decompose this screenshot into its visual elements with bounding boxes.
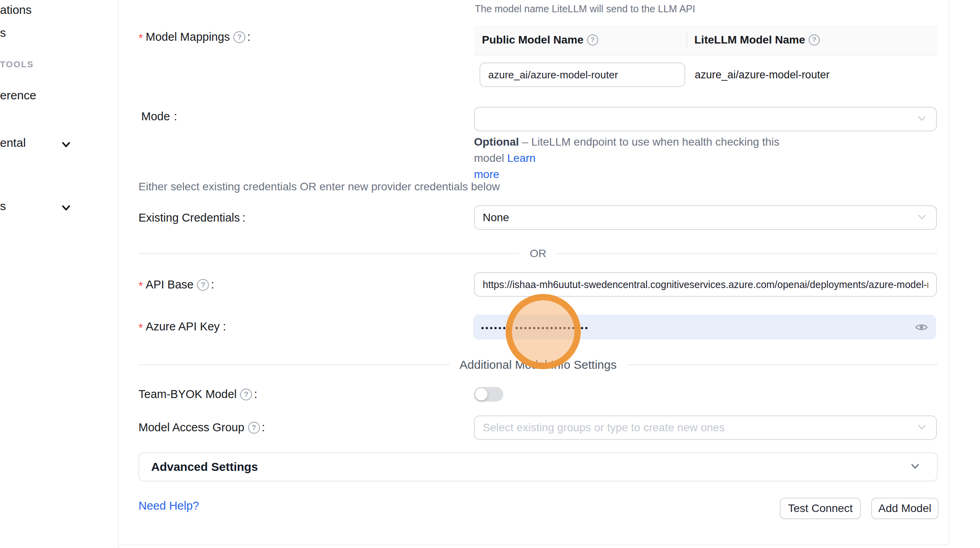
question-circle-icon[interactable]: ? xyxy=(587,34,598,46)
question-circle-icon[interactable]: ? xyxy=(248,422,260,434)
divider-line xyxy=(627,364,938,365)
mode-select[interactable] xyxy=(474,107,937,131)
litellm-model-name-header: LiteLLM Model Name ? xyxy=(686,34,937,46)
existing-credentials-label: Existing Credentials : xyxy=(138,211,245,224)
mode-label: Mode : xyxy=(141,110,177,123)
question-circle-icon[interactable]: ? xyxy=(197,279,209,291)
public-model-name-header: Public Model Name ? xyxy=(474,34,686,46)
model-mappings-label: * Model Mappings ? : xyxy=(138,29,250,45)
sidebar-item[interactable]: erence xyxy=(0,89,36,102)
add-model-button[interactable]: Add Model xyxy=(871,498,938,519)
main-form: The model name LiteLLM will send to the … xyxy=(119,0,949,545)
sidebar-section-label: TOOLS xyxy=(0,59,34,70)
question-circle-icon[interactable]: ? xyxy=(233,31,245,43)
existing-credentials-select[interactable]: None xyxy=(474,205,937,230)
or-divider: OR xyxy=(138,247,938,260)
required-mark: * xyxy=(138,321,143,334)
sidebar-item-expandable[interactable]: s xyxy=(0,199,6,213)
api-base-label: * API Base ? : xyxy=(138,277,214,292)
required-mark: * xyxy=(138,279,143,292)
model-mappings-table: Public Model Name ? LiteLLM Model Name ?… xyxy=(474,25,937,96)
sidebar-item-expandable[interactable]: ental xyxy=(0,136,26,150)
chevron-down-icon xyxy=(916,421,927,434)
header-divider xyxy=(686,32,687,48)
model-access-group-label: Model Access Group ? : xyxy=(138,421,265,434)
chevron-down-icon xyxy=(916,211,927,224)
chevron-down-icon xyxy=(60,138,72,153)
add-model-page: ations s TOOLS erence ental s The model … xyxy=(0,0,980,548)
team-byok-toggle[interactable] xyxy=(474,387,503,402)
credentials-note: Either select existing credentials OR en… xyxy=(138,180,500,193)
eye-icon[interactable] xyxy=(915,320,928,334)
advanced-settings-panel[interactable]: Advanced Settings xyxy=(138,452,938,482)
toggle-knob xyxy=(475,388,487,400)
chevron-down-icon xyxy=(60,202,72,216)
divider-line xyxy=(138,253,519,254)
test-connect-button[interactable]: Test Connect xyxy=(780,498,861,519)
sidebar-item[interactable]: s xyxy=(0,26,6,40)
api-base-input[interactable] xyxy=(474,272,937,297)
sidebar: ations s TOOLS erence ental s xyxy=(0,0,119,548)
required-mark: * xyxy=(138,32,143,45)
sidebar-item-label: ental xyxy=(0,136,26,149)
model-access-group-select[interactable]: Select existing groups or type to create… xyxy=(474,415,937,440)
click-highlight-circle xyxy=(506,294,581,369)
table-header-row: Public Model Name ? LiteLLM Model Name ? xyxy=(474,25,937,55)
public-model-name-input[interactable] xyxy=(480,63,685,87)
litellm-model-name-value: azure_ai/azure-model-router xyxy=(685,69,937,81)
model-mapping-hint: The model name LiteLLM will send to the … xyxy=(475,3,695,15)
divider-line xyxy=(557,253,938,254)
question-circle-icon[interactable]: ? xyxy=(240,389,252,400)
azure-api-key-label: * Azure API Key : xyxy=(138,319,226,334)
team-byok-label: Team-BYOK Model ? : xyxy=(138,388,257,401)
sidebar-item-label: s xyxy=(0,199,6,212)
table-row: azure_ai/azure-model-router xyxy=(474,55,937,96)
mode-hint: Optional – LiteLLM endpoint to use when … xyxy=(474,134,806,182)
divider-line xyxy=(138,364,449,365)
question-circle-icon[interactable]: ? xyxy=(809,34,820,46)
chevron-down-icon xyxy=(916,113,927,125)
need-help-link[interactable]: Need Help? xyxy=(138,499,199,512)
chevron-down-icon xyxy=(909,460,921,474)
sidebar-item[interactable]: ations xyxy=(0,3,32,17)
